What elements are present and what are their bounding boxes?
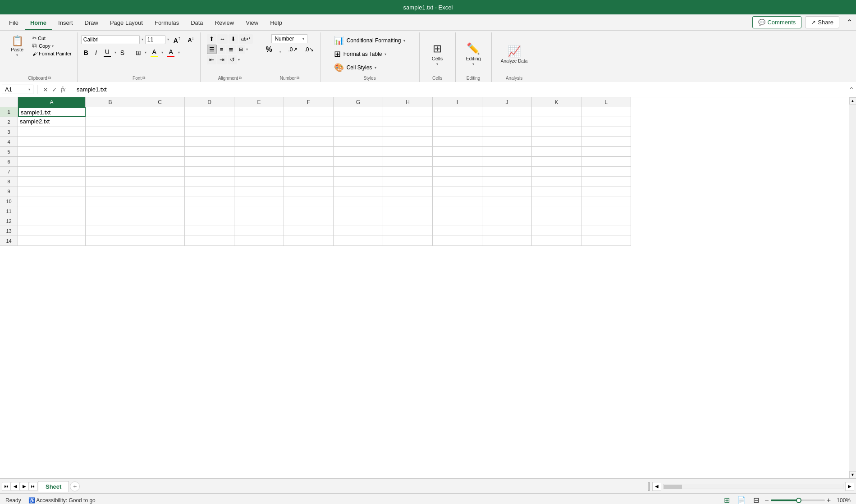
zoom-slider-thumb[interactable]	[796, 498, 801, 503]
list-item[interactable]	[334, 206, 383, 216]
tab-data[interactable]: Data	[185, 17, 208, 30]
clipboard-expand-icon[interactable]: ⧉	[48, 76, 51, 81]
list-item[interactable]	[234, 206, 284, 216]
list-item[interactable]	[532, 206, 581, 216]
format-as-table-dropdown[interactable]: ▾	[385, 52, 386, 56]
scroll-down-button[interactable]: ▼	[849, 471, 856, 478]
list-item[interactable]	[234, 216, 284, 226]
zoom-out-button[interactable]: −	[764, 496, 769, 504]
list-item[interactable]	[383, 177, 433, 186]
list-item[interactable]	[334, 216, 383, 226]
list-item[interactable]	[86, 186, 135, 196]
formula-input[interactable]	[75, 85, 847, 94]
list-item[interactable]	[383, 236, 433, 246]
formula-expand-icon[interactable]: ⌃	[849, 86, 854, 93]
list-item[interactable]	[234, 157, 284, 167]
list-item[interactable]	[135, 167, 185, 177]
format-painter-button[interactable]: 🖌 Format Painter	[31, 50, 73, 57]
list-item[interactable]	[482, 137, 532, 147]
increase-decimal-button[interactable]: .0↗	[286, 45, 300, 54]
list-item[interactable]	[86, 167, 135, 177]
list-item[interactable]	[135, 147, 185, 157]
list-item[interactable]	[581, 157, 631, 167]
list-item[interactable]	[581, 196, 631, 206]
list-item[interactable]	[532, 196, 581, 206]
list-item[interactable]	[383, 167, 433, 177]
list-item[interactable]	[581, 226, 631, 236]
list-item[interactable]	[581, 127, 631, 137]
list-item[interactable]	[581, 107, 631, 117]
merge-dropdown[interactable]: ▾	[246, 47, 248, 51]
comments-button[interactable]: 💬 Comments	[752, 16, 801, 28]
list-item[interactable]	[234, 196, 284, 206]
col-header-G[interactable]: G	[334, 97, 383, 107]
tab-file[interactable]: File	[4, 17, 24, 30]
list-item[interactable]	[433, 127, 482, 137]
list-item[interactable]	[581, 236, 631, 246]
row-number-9[interactable]: 9	[0, 186, 18, 196]
list-item[interactable]	[433, 107, 482, 117]
h-scroll-left-button[interactable]: ◀	[652, 482, 661, 491]
list-item[interactable]	[135, 127, 185, 137]
list-item[interactable]	[334, 177, 383, 186]
list-item[interactable]	[86, 127, 135, 137]
list-item[interactable]	[18, 216, 86, 226]
row-number-7[interactable]: 7	[0, 167, 18, 177]
row-number-4[interactable]: 4	[0, 137, 18, 147]
list-item[interactable]	[433, 216, 482, 226]
list-item[interactable]	[581, 137, 631, 147]
list-item[interactable]	[433, 206, 482, 216]
list-item[interactable]	[334, 226, 383, 236]
list-item[interactable]	[581, 186, 631, 196]
number-expand-icon[interactable]: ⧉	[297, 76, 299, 81]
list-item[interactable]	[581, 177, 631, 186]
tab-view[interactable]: View	[240, 17, 264, 30]
list-item[interactable]	[234, 127, 284, 137]
list-item[interactable]	[86, 177, 135, 186]
list-item[interactable]	[234, 117, 284, 127]
col-header-K[interactable]: K	[532, 97, 581, 107]
list-item[interactable]	[284, 206, 334, 216]
list-item[interactable]	[234, 186, 284, 196]
font-name-dropdown[interactable]: ▾	[142, 37, 143, 41]
underline-button[interactable]: U	[101, 47, 114, 58]
align-center-button[interactable]: ≡	[218, 45, 226, 54]
font-size-dropdown[interactable]: ▾	[167, 37, 169, 41]
add-sheet-button[interactable]: +	[70, 481, 80, 491]
list-item[interactable]	[334, 117, 383, 127]
list-item[interactable]: sample1.txt	[18, 107, 86, 117]
list-item[interactable]	[383, 216, 433, 226]
list-item[interactable]	[482, 117, 532, 127]
list-item[interactable]	[334, 147, 383, 157]
list-item[interactable]	[234, 177, 284, 186]
list-item[interactable]	[284, 157, 334, 167]
paste-button[interactable]: 📋 Paste ▾	[5, 34, 29, 59]
tab-draw[interactable]: Draw	[79, 17, 104, 30]
list-item[interactable]	[18, 206, 86, 216]
list-item[interactable]	[532, 186, 581, 196]
cut-button[interactable]: ✂ Cut	[31, 34, 73, 42]
horizontal-scroll-track[interactable]	[663, 484, 843, 489]
underline-dropdown[interactable]: ▾	[114, 50, 116, 54]
list-item[interactable]	[334, 236, 383, 246]
list-item[interactable]	[135, 177, 185, 186]
list-item[interactable]	[86, 226, 135, 236]
list-item[interactable]	[86, 157, 135, 167]
list-item[interactable]	[334, 127, 383, 137]
page-break-view-button[interactable]: ⊟	[751, 495, 761, 504]
list-item[interactable]	[185, 127, 234, 137]
h-scroll-divider[interactable]	[648, 482, 650, 491]
list-item[interactable]	[18, 226, 86, 236]
list-item[interactable]	[185, 216, 234, 226]
col-header-A[interactable]: A	[18, 97, 86, 107]
list-item[interactable]	[334, 157, 383, 167]
list-item[interactable]	[433, 147, 482, 157]
list-item[interactable]	[284, 236, 334, 246]
list-item[interactable]	[532, 147, 581, 157]
decrease-indent-button[interactable]: ⇤	[207, 55, 216, 64]
scroll-up-button[interactable]: ▲	[849, 97, 856, 104]
list-item[interactable]	[383, 127, 433, 137]
list-item[interactable]	[234, 107, 284, 117]
list-item[interactable]	[18, 236, 86, 246]
list-item[interactable]	[532, 216, 581, 226]
